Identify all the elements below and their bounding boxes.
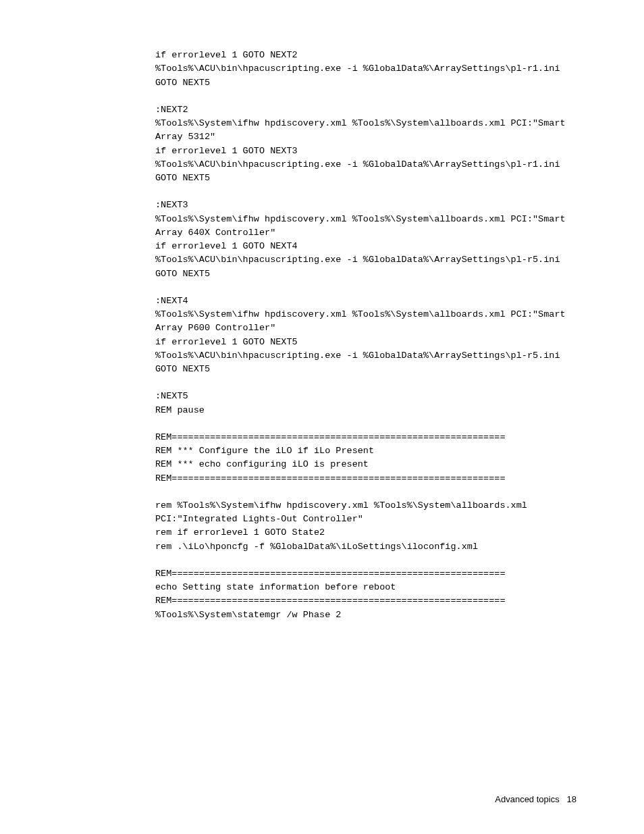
code-block: :NEXT4 %Tools%\System\ifhw hpdiscovery.x… [155, 294, 576, 377]
code-block: if errorlevel 1 GOTO NEXT2 %Tools%\ACU\b… [155, 49, 576, 90]
code-block: :NEXT2 %Tools%\System\ifhw hpdiscovery.x… [155, 103, 576, 186]
footer-section-label: Advanced topics [495, 794, 559, 804]
code-block: :NEXT5 REM pause [155, 390, 576, 417]
code-block: REM=====================================… [155, 431, 576, 486]
code-block: :NEXT3 %Tools%\System\ifhw hpdiscovery.x… [155, 199, 576, 281]
page-footer: Advanced topics 18 [495, 793, 576, 806]
code-block: REM=====================================… [155, 567, 576, 622]
document-page: if errorlevel 1 GOTO NEXT2 %Tools%\ACU\b… [0, 0, 644, 834]
footer-page-number: 18 [567, 794, 576, 804]
code-block: rem %Tools%\System\ifhw hpdiscovery.xml … [155, 499, 576, 554]
